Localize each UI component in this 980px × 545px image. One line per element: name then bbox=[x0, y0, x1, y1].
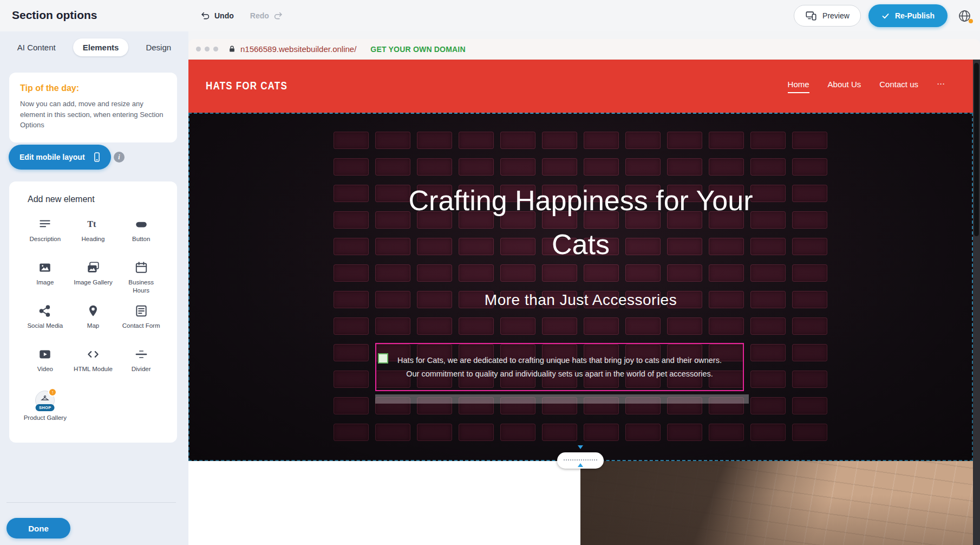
tile bbox=[667, 264, 702, 282]
canvas: n1566589.websitebuilder.online/ GET YOUR… bbox=[188, 31, 980, 545]
hero-heading[interactable]: Crafting Happiness for Your Cats bbox=[402, 179, 760, 267]
element-item-business-hours[interactable]: Business Hours bbox=[117, 261, 165, 304]
pavement-image[interactable] bbox=[580, 461, 973, 545]
site-logo[interactable]: HATS FOR CATS bbox=[206, 80, 288, 93]
site-url[interactable]: n1566589.websitebuilder.online/ bbox=[240, 44, 356, 54]
business-hours-icon bbox=[134, 261, 148, 275]
lock-icon bbox=[228, 45, 236, 53]
element-item-heading[interactable]: Tt Heading bbox=[69, 217, 117, 261]
tile bbox=[625, 158, 661, 176]
tile bbox=[334, 317, 369, 335]
tile bbox=[334, 238, 369, 255]
tile bbox=[750, 158, 786, 176]
tile bbox=[792, 344, 827, 361]
element-item-image[interactable]: Image bbox=[21, 261, 69, 304]
element-item-video[interactable]: Video bbox=[21, 347, 69, 391]
undo-button[interactable]: Undo bbox=[200, 11, 234, 21]
tile bbox=[542, 317, 577, 335]
redo-button[interactable]: Redo bbox=[250, 11, 283, 21]
preview-scrollbar[interactable] bbox=[973, 60, 980, 545]
product-gallery-icon: SHOP ↑ bbox=[35, 391, 55, 410]
element-item-description[interactable]: Description bbox=[21, 217, 69, 261]
tab-ai-content[interactable]: AI Content bbox=[8, 38, 66, 56]
republish-label: Re-Publish bbox=[895, 11, 935, 20]
add-element-title: Add new element bbox=[28, 194, 165, 204]
tile bbox=[750, 424, 786, 441]
element-item-social-media[interactable]: Social Media bbox=[21, 304, 69, 347]
arrow-down-icon bbox=[578, 445, 583, 449]
tile bbox=[334, 371, 369, 388]
tile bbox=[584, 132, 619, 149]
tile bbox=[417, 424, 452, 441]
section-resize-handle[interactable] bbox=[557, 452, 604, 469]
republish-button[interactable]: Re-Publish bbox=[868, 4, 948, 27]
nav-more[interactable]: ⋯ bbox=[937, 79, 945, 93]
tile bbox=[584, 317, 619, 335]
next-section[interactable] bbox=[188, 461, 973, 545]
heading-icon: Tt bbox=[86, 217, 100, 231]
arrow-up-icon bbox=[578, 463, 583, 467]
element-drag-handle[interactable] bbox=[378, 353, 388, 364]
tile bbox=[417, 132, 452, 149]
button-icon bbox=[134, 217, 148, 231]
element-grid: Description Tt Heading Button bbox=[21, 217, 165, 434]
redo-label: Redo bbox=[250, 11, 269, 20]
topbar: Section options Undo Redo bbox=[0, 0, 980, 31]
element-item-image-gallery[interactable]: Image Gallery bbox=[69, 261, 117, 304]
nav-about-us[interactable]: About Us bbox=[828, 80, 861, 93]
tile bbox=[375, 317, 410, 335]
selected-paragraph-element[interactable]: Hats for Cats, we are dedicated to craft… bbox=[375, 343, 744, 391]
tile bbox=[792, 158, 827, 176]
divider-icon bbox=[134, 347, 148, 361]
tile bbox=[625, 264, 661, 282]
tile bbox=[792, 132, 827, 149]
tile bbox=[334, 158, 369, 176]
tile bbox=[334, 397, 369, 414]
tile bbox=[792, 317, 827, 335]
hero-section[interactable]: Crafting Happiness for Your Cats More th… bbox=[188, 113, 973, 461]
element-item-button[interactable]: Button bbox=[117, 217, 165, 261]
element-placeholder-strip bbox=[375, 394, 749, 404]
tile bbox=[792, 238, 827, 255]
tile bbox=[375, 132, 410, 149]
tile bbox=[334, 211, 369, 229]
done-button[interactable]: Done bbox=[6, 518, 70, 538]
edit-mobile-layout-button[interactable]: Edit mobile layout bbox=[9, 145, 111, 170]
tile bbox=[334, 424, 369, 441]
check-icon bbox=[881, 12, 890, 20]
image-icon bbox=[38, 261, 52, 275]
element-item-contact-form[interactable]: Contact Form bbox=[117, 304, 165, 347]
tile bbox=[584, 264, 619, 282]
map-icon bbox=[86, 304, 100, 318]
tile bbox=[625, 132, 661, 149]
tile bbox=[667, 158, 702, 176]
tip-body: Now you can add, move and resize any ele… bbox=[20, 99, 166, 131]
tip-card: Tip of the day: Now you can add, move an… bbox=[9, 73, 177, 142]
window-controls bbox=[196, 47, 218, 51]
tile bbox=[459, 317, 494, 335]
element-item-product-gallery[interactable]: SHOP ↑ Product Gallery bbox=[21, 391, 69, 434]
info-icon[interactable]: i bbox=[114, 152, 125, 163]
scrollbar-thumb[interactable] bbox=[974, 63, 979, 236]
site-nav: Home About Us Contact us ⋯ bbox=[788, 79, 945, 93]
element-item-html-module[interactable]: HTML Module bbox=[69, 347, 117, 391]
tile bbox=[417, 158, 452, 176]
hero-subheading[interactable]: More than Just Accessories bbox=[188, 291, 973, 309]
tile bbox=[792, 371, 827, 388]
paragraph-line: Hats for Cats, we are dedicated to craft… bbox=[381, 354, 739, 367]
preview-button[interactable]: Preview bbox=[794, 5, 861, 27]
sidebar-tabs: AI Content Elements Design bbox=[0, 38, 188, 56]
tile bbox=[584, 158, 619, 176]
element-item-map[interactable]: Map bbox=[69, 304, 117, 347]
nav-contact-us[interactable]: Contact us bbox=[879, 80, 918, 93]
tab-design[interactable]: Design bbox=[136, 38, 181, 56]
nav-home[interactable]: Home bbox=[788, 80, 809, 93]
svg-text:Tt: Tt bbox=[87, 219, 96, 229]
undo-redo-group: Undo Redo bbox=[200, 0, 283, 31]
element-item-divider[interactable]: Divider bbox=[117, 347, 165, 391]
tile bbox=[459, 158, 494, 176]
tab-elements[interactable]: Elements bbox=[73, 38, 129, 56]
language-globe-button[interactable] bbox=[955, 7, 974, 25]
site-header[interactable]: HATS FOR CATS Home About Us Contact us ⋯ bbox=[188, 60, 973, 113]
get-domain-link[interactable]: GET YOUR OWN DOMAIN bbox=[370, 45, 465, 54]
